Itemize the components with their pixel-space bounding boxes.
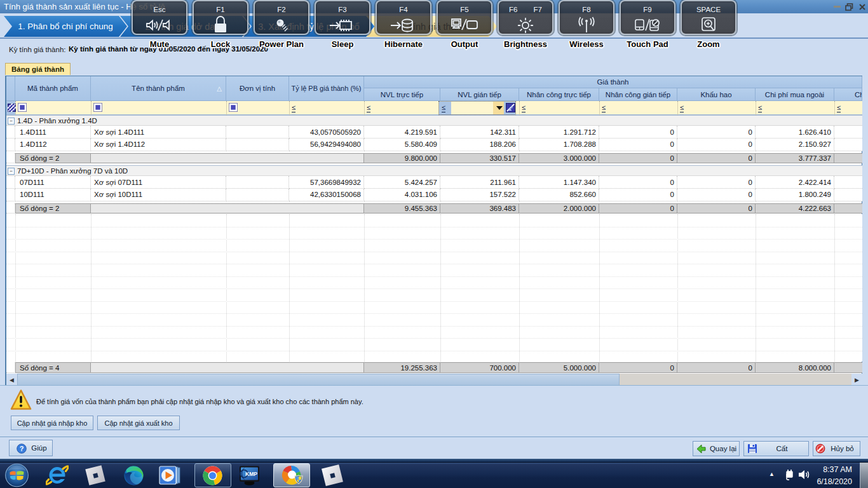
- svg-text:KMP: KMP: [245, 471, 257, 477]
- svg-text:?: ?: [20, 445, 24, 452]
